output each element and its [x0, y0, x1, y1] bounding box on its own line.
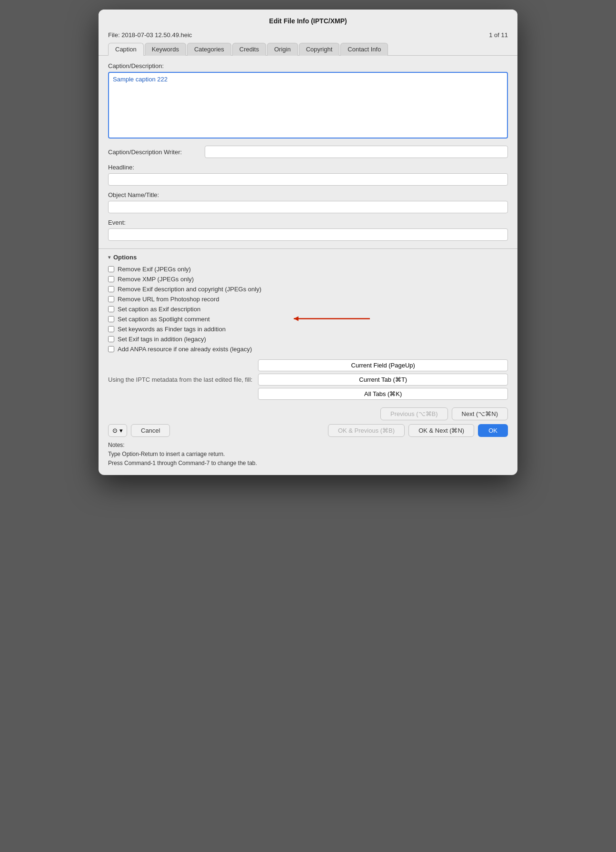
- tab-keywords[interactable]: Keywords: [145, 43, 186, 56]
- checkbox-set-exif-tags[interactable]: [108, 336, 114, 342]
- checkbox-label-3: Remove URL from Photoshop record: [118, 296, 219, 303]
- headline-label: Headline:: [108, 164, 508, 171]
- iptc-fill-row: Using the IPTC metadata from the last ed…: [108, 359, 508, 400]
- file-name-label: File: 2018-07-03 12.50.49.heic: [108, 31, 192, 39]
- ok-button[interactable]: OK: [478, 424, 508, 437]
- checkbox-row-4: Set caption as Exif description: [108, 306, 508, 313]
- navigation-buttons: Previous (⌥⌘B) Next (⌥⌘N): [99, 403, 517, 420]
- headline-wrap: [108, 173, 508, 186]
- checkbox-set-keywords-finder[interactable]: [108, 326, 114, 332]
- writer-row: Caption/Description Writer:: [108, 146, 508, 158]
- settings-button[interactable]: ⊙ ▾: [108, 424, 127, 437]
- checkbox-label-8: Add ANPA resource if one already exists …: [118, 346, 252, 353]
- checkbox-label-4: Set caption as Exif description: [118, 306, 200, 313]
- tab-contact-info[interactable]: Contact Info: [340, 43, 388, 56]
- action-buttons: ⊙ ▾ Cancel OK & Previous (⌘B) OK & Next …: [99, 420, 517, 437]
- checkbox-add-anpa[interactable]: [108, 346, 114, 352]
- notes-header: Notes:: [108, 441, 508, 450]
- checkbox-row-0: Remove Exif (JPEGs only): [108, 266, 508, 273]
- checkbox-remove-exif-desc[interactable]: [108, 286, 114, 292]
- iptc-fill-section: Using the IPTC metadata from the last ed…: [99, 359, 517, 400]
- notes-section: Notes: Type Option-Return to insert a ca…: [99, 437, 517, 468]
- edit-file-info-dialog: Edit File Info (IPTC/XMP) File: 2018-07-…: [99, 10, 517, 475]
- dialog-title: Edit File Info (IPTC/XMP): [99, 10, 517, 30]
- writer-label: Caption/Description Writer:: [108, 149, 201, 156]
- tab-credits[interactable]: Credits: [232, 43, 266, 56]
- ok-previous-button[interactable]: OK & Previous (⌘B): [328, 424, 405, 437]
- checkbox-remove-url[interactable]: [108, 296, 114, 302]
- chevron-down-icon: ▾: [119, 427, 123, 434]
- options-section: ▾ Options Remove Exif (JPEGs only) Remov…: [99, 249, 517, 353]
- writer-input[interactable]: [205, 146, 508, 158]
- checkbox-label-6: Set keywords as Finder tags in addition: [118, 326, 226, 333]
- red-arrow-icon: [289, 313, 375, 324]
- svg-marker-1: [294, 316, 298, 321]
- checkbox-set-caption-spotlight[interactable]: [108, 316, 114, 322]
- checkbox-remove-xmp[interactable]: [108, 276, 114, 282]
- checkbox-row-6: Set keywords as Finder tags in addition: [108, 326, 508, 333]
- action-right: OK & Previous (⌘B) OK & Next (⌘N) OK: [328, 424, 508, 437]
- headline-input[interactable]: [108, 173, 508, 186]
- cancel-button[interactable]: Cancel: [131, 424, 170, 437]
- event-input[interactable]: [108, 228, 508, 241]
- notes-line1: Type Option-Return to insert a carriage …: [108, 450, 508, 459]
- iptc-current-tab-button[interactable]: Current Tab (⌘T): [258, 374, 508, 386]
- content-area: Caption/Description: Caption/Description…: [99, 62, 517, 241]
- checkbox-label-5: Set caption as Spotlight comment: [118, 316, 210, 323]
- checkbox-remove-exif[interactable]: [108, 266, 114, 272]
- file-info-row: File: 2018-07-03 12.50.49.heic 1 of 11: [99, 30, 517, 42]
- tab-caption[interactable]: Caption: [108, 43, 144, 56]
- checkbox-label-2: Remove Exif description and copyright (J…: [118, 286, 261, 293]
- checkbox-label-0: Remove Exif (JPEGs only): [118, 266, 191, 273]
- event-label: Event:: [108, 219, 508, 226]
- settings-icon: ⊙: [112, 427, 118, 434]
- previous-button[interactable]: Previous (⌥⌘B): [380, 407, 448, 420]
- chevron-down-icon: ▾: [108, 255, 110, 260]
- options-checkboxes: Remove Exif (JPEGs only) Remove XMP (JPE…: [108, 266, 508, 353]
- checkbox-row-7: Set Exif tags in addition (legacy): [108, 336, 508, 343]
- caption-textarea[interactable]: [108, 72, 508, 139]
- options-header[interactable]: ▾ Options: [108, 254, 508, 261]
- checkbox-row-5: Set caption as Spotlight comment: [108, 316, 508, 323]
- object-label: Object Name/Title:: [108, 191, 508, 198]
- iptc-current-field-button[interactable]: Current Field (PageUp): [258, 359, 508, 371]
- action-left: ⊙ ▾ Cancel: [108, 424, 170, 437]
- notes-line2: Press Command-1 through Command-7 to cha…: [108, 459, 508, 468]
- tab-copyright[interactable]: Copyright: [299, 43, 340, 56]
- event-wrap: [108, 228, 508, 241]
- checkbox-row-1: Remove XMP (JPEGs only): [108, 276, 508, 283]
- checkbox-row-2: Remove Exif description and copyright (J…: [108, 286, 508, 293]
- object-input[interactable]: [108, 201, 508, 213]
- tabs-container: Caption Keywords Categories Credits Orig…: [99, 42, 517, 56]
- options-title: Options: [113, 254, 137, 261]
- iptc-buttons-col: Current Field (PageUp) Current Tab (⌘T) …: [258, 359, 508, 400]
- tab-origin[interactable]: Origin: [267, 43, 298, 56]
- file-counter-label: 1 of 11: [489, 31, 508, 39]
- tab-categories[interactable]: Categories: [187, 43, 231, 56]
- arrow-annotation: [289, 313, 494, 326]
- checkbox-row-8: Add ANPA resource if one already exists …: [108, 346, 508, 353]
- ok-next-button[interactable]: OK & Next (⌘N): [408, 424, 474, 437]
- checkbox-label-1: Remove XMP (JPEGs only): [118, 276, 194, 283]
- next-button[interactable]: Next (⌥⌘N): [452, 407, 508, 420]
- caption-label: Caption/Description:: [108, 62, 508, 69]
- checkbox-row-3: Remove URL from Photoshop record: [108, 296, 508, 303]
- checkbox-set-caption-exif[interactable]: [108, 306, 114, 312]
- object-wrap: [108, 201, 508, 213]
- iptc-fill-label: Using the IPTC metadata from the last ed…: [108, 376, 252, 383]
- checkbox-label-7: Set Exif tags in addition (legacy): [118, 336, 206, 343]
- iptc-all-tabs-button[interactable]: All Tabs (⌘K): [258, 388, 508, 400]
